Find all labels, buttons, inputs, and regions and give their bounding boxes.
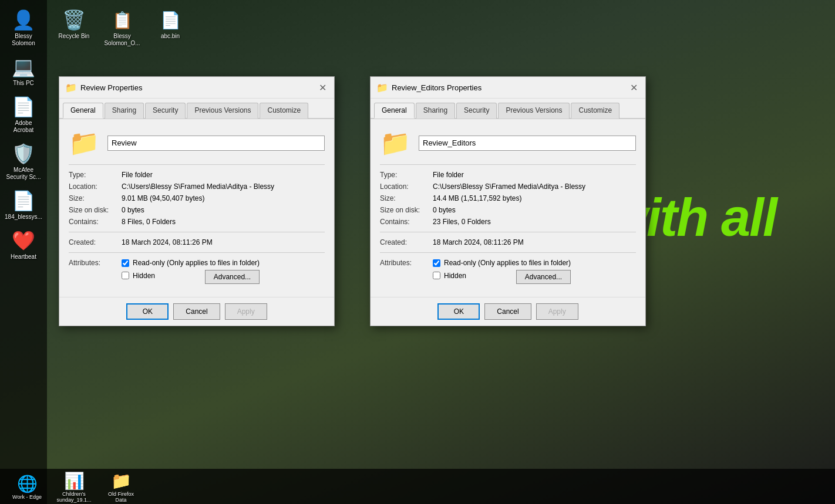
dialog2-apply-button[interactable]: Apply: [536, 303, 578, 320]
desktop-icon-blessy-o[interactable]: 📋 BlessySolomon_O...: [101, 6, 143, 49]
dialog2-contains-value: 23 Files, 0 Folders: [433, 218, 491, 226]
taskbar-icon-adobe[interactable]: 📄 AdobeAcrobat: [2, 93, 45, 136]
dialog1-type-value: File folder: [122, 171, 153, 179]
dialog2-type-value: File folder: [433, 171, 464, 179]
dialog1-divider3: [69, 252, 325, 253]
dialog1-tab-customize[interactable]: Customize: [260, 103, 308, 119]
dialog1-location-row: Location: C:\Users\Blessy S\Framed Media…: [69, 182, 325, 191]
taskbar-icon-mcafee[interactable]: 🛡️ McAfeeSecurity Sc...: [2, 140, 45, 183]
dialog1-contains-row: Contains: 8 Files, 0 Folders: [69, 218, 325, 226]
dialog1-readonly-checkbox[interactable]: [122, 259, 129, 267]
dialog1-tab-general[interactable]: General: [63, 103, 103, 119]
dialog2-tab-sharing[interactable]: Sharing: [416, 103, 455, 119]
recycle-bin-label: Recycle Bin: [59, 33, 90, 40]
dialog1-advanced-button[interactable]: Advanced...: [205, 270, 260, 284]
dialog2-divider2: [380, 232, 636, 232]
heartbeat-icon: ❤️: [12, 229, 35, 252]
dialog1-location-value: C:\Users\Blessy S\Framed Media\Aditya - …: [122, 182, 274, 191]
dialog1-divider1: [69, 164, 325, 165]
184-label: 184_blessys...: [5, 214, 42, 221]
dialog2-folder-icon: 📁: [380, 128, 410, 157]
dialog2-divider3: [380, 252, 636, 253]
dialog1-apply-button[interactable]: Apply: [225, 303, 267, 320]
dialog2-tab-general[interactable]: General: [374, 103, 415, 119]
dialog2-readonly-checkbox[interactable]: [433, 259, 440, 267]
taskbar-bottom-old-firefox[interactable]: 📁 Old FirefoxData: [100, 470, 142, 503]
dialog2-size-on-disk-value: 0 bytes: [433, 206, 456, 214]
dialog1-cancel-button[interactable]: Cancel: [173, 303, 220, 320]
dialog1-folder-name-input[interactable]: [107, 136, 325, 151]
dialog2-size-row: Size: 14.4 MB (1,51,17,592 bytes): [380, 194, 636, 202]
dialog1-titlebar: 📁 Review Properties ✕: [59, 77, 334, 99]
adobe-icon: 📄: [12, 95, 35, 119]
dialog1-title: 📁 Review Properties: [65, 82, 143, 93]
dialog1-location-label: Location:: [69, 182, 122, 191]
dialog1-size-value: 9.01 MB (94,50,407 bytes): [122, 194, 204, 202]
dialog2-size-on-disk-row: Size on disk: 0 bytes: [380, 206, 636, 214]
dialog2-close-button[interactable]: ✕: [628, 82, 639, 93]
dialog1-size-on-disk-row: Size on disk: 0 bytes: [69, 206, 325, 214]
dialog2-created-row: Created: 18 March 2024, 08:11:26 PM: [380, 238, 636, 246]
work-edge-label: Work - Edge: [12, 494, 42, 500]
taskbar-icon-184[interactable]: 📄 184_blessys...: [2, 187, 45, 223]
old-firefox-icon: 📁: [110, 470, 132, 491]
abc-bin-label: abc.bin: [161, 33, 180, 40]
childrens-label: Children'ssunday_19.1...: [56, 491, 91, 503]
dialog2-folder-name-input[interactable]: [419, 136, 636, 151]
thispc-icon: 💻: [12, 55, 35, 79]
desktop-icon-recycle-bin[interactable]: 🗑️ Recycle Bin: [53, 6, 95, 49]
dialog1-tabs: General Sharing Security Previous Versio…: [59, 99, 334, 119]
dialog1-type-label: Type:: [69, 171, 122, 179]
dialog2-readonly-label: Read-only (Only applies to files in fold…: [444, 259, 571, 267]
dialog2-hidden-label: Hidden: [444, 272, 466, 280]
blessy-label: BlessySolomon: [12, 33, 35, 47]
dialog1-hidden-label: Hidden: [133, 272, 155, 280]
dialog1-tab-previous-versions[interactable]: Previous Versions: [187, 103, 258, 119]
dialog2-cancel-button[interactable]: Cancel: [484, 303, 531, 320]
heartbeat-label: Heartbeat: [11, 253, 36, 261]
dialog2-tabs: General Sharing Security Previous Versio…: [371, 99, 645, 119]
dialog1-readonly-row: Read-only (Only applies to files in fold…: [122, 259, 260, 267]
dialog2-tab-customize[interactable]: Customize: [571, 103, 619, 119]
dialog1-hidden-checkbox[interactable]: [122, 272, 129, 279]
dialog2-attributes-label-row: Attributes: Read-only (Only applies to f…: [380, 259, 636, 284]
dialog2-titlebar: 📁 Review_Editors Properties ✕: [371, 77, 645, 99]
childrens-icon: 📊: [63, 470, 85, 491]
abc-bin-icon: 📄: [159, 8, 182, 32]
dialog1-close-button[interactable]: ✕: [317, 82, 328, 93]
dialog1-ok-button[interactable]: OK: [126, 303, 169, 320]
dialog1-created-row: Created: 18 March 2024, 08:11:26 PM: [69, 238, 325, 246]
dialog2-size-on-disk-label: Size on disk:: [380, 206, 433, 214]
dialog1-tab-sharing[interactable]: Sharing: [105, 103, 144, 119]
adobe-label: AdobeAcrobat: [14, 120, 33, 134]
dialog2-attributes-section: Attributes: Read-only (Only applies to f…: [380, 259, 636, 284]
dialog1-divider2: [69, 232, 325, 232]
taskbar-bottom-childrens[interactable]: 📊 Children'ssunday_19.1...: [53, 470, 95, 503]
dialog2-tab-security[interactable]: Security: [456, 103, 497, 119]
dialog1-tab-security[interactable]: Security: [145, 103, 186, 119]
desktop-icon-abc-bin[interactable]: 📄 abc.bin: [149, 6, 191, 49]
dialog1-created-value: 18 March 2024, 08:11:26 PM: [122, 238, 213, 246]
dialog2-advanced-button[interactable]: Advanced...: [516, 270, 571, 284]
dialog2-divider1: [380, 164, 636, 165]
dialog1-content: 📁 Type: File folder Location: C:\Users\B…: [59, 119, 334, 297]
old-firefox-label: Old FirefoxData: [108, 491, 134, 503]
dialog2-title-icon: 📁: [376, 82, 388, 93]
taskbar-bottom-work-edge[interactable]: 🌐 Work - Edge: [6, 473, 48, 500]
taskbar-icon-this-pc[interactable]: 💻 This PC: [2, 53, 45, 89]
dialog2-attributes-label: Attributes:: [380, 259, 433, 284]
thispc-label: This PC: [13, 80, 34, 87]
dialog2-folder-header: 📁: [380, 128, 636, 157]
dialog1-created-label: Created:: [69, 238, 122, 246]
dialog2-location-label: Location:: [380, 182, 433, 191]
dialog1-size-on-disk-value: 0 bytes: [122, 206, 144, 214]
dialog1-size-label: Size:: [69, 194, 122, 202]
dialog2-hidden-inner: Hidden: [433, 272, 466, 280]
dialog1-type-row: Type: File folder: [69, 171, 325, 179]
dialog2-tab-previous-versions[interactable]: Previous Versions: [498, 103, 570, 119]
dialog2-hidden-checkbox[interactable]: [433, 272, 440, 279]
taskbar-icon-blessy-solomon[interactable]: 👤 BlessySolomon: [2, 6, 45, 49]
taskbar-icon-heartbeat[interactable]: ❤️ Heartbeat: [2, 226, 45, 263]
dialog2-ok-button[interactable]: OK: [437, 303, 480, 320]
dialog2-created-value: 18 March 2024, 08:11:26 PM: [433, 238, 524, 246]
